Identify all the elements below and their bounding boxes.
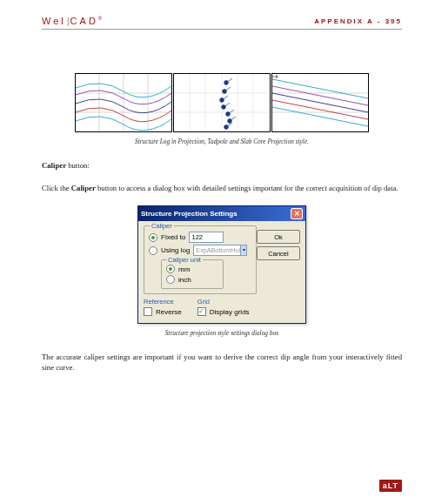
svg-line-35: [276, 77, 278, 78]
logo-separator: |: [67, 16, 70, 26]
brand-logo: Wel|CAD®: [42, 16, 102, 26]
final-paragraph: The accurate caliper settings are import…: [42, 353, 402, 373]
figure-caption-2: Structure projection style settings dial…: [42, 329, 402, 337]
footer-brand: aLT: [379, 480, 402, 492]
reference-column: Reference Reverse: [144, 298, 182, 318]
figure-caption-1: Structure Log in Projection, Tadpole and…: [42, 138, 402, 145]
check-display-grids[interactable]: ✓: [197, 307, 206, 316]
figure-row: [42, 73, 402, 132]
chevron-down-icon: ▾: [240, 245, 246, 255]
caliper-group: Caliper Fixed to 122 Using log ExpABotto…: [144, 225, 257, 294]
projection-panel: [75, 73, 172, 132]
radio-inch[interactable]: [166, 275, 175, 284]
radio-label: mm: [178, 265, 190, 273]
radio-using-log[interactable]: [149, 246, 157, 255]
text: button:: [66, 161, 90, 170]
unit-group: Caliper unit mm inch: [161, 259, 224, 289]
page-number: APPENDIX A - 395: [314, 17, 402, 25]
radio-label: Using log: [161, 246, 190, 254]
fixed-value-input[interactable]: 122: [189, 232, 224, 243]
group-label: Caliper: [150, 222, 174, 230]
bold-text: Caliper: [71, 184, 96, 192]
radio-label: Fixed to: [161, 233, 185, 241]
ok-button[interactable]: Ok: [257, 230, 300, 244]
caliper-paragraph: Click the Caliper button to access a dia…: [42, 184, 402, 194]
tadpole-panel: [173, 73, 271, 132]
combo-placeholder: ExpABottomHol: [196, 245, 240, 255]
grid-column: Grid ✓ Display grids: [197, 298, 250, 318]
svg-line-34: [276, 75, 278, 77]
logo-part: CAD: [70, 16, 98, 26]
text: Click the: [42, 184, 71, 192]
check-label: Display grids: [210, 308, 250, 316]
text: button to access a dialog box with detai…: [96, 184, 398, 192]
radio-label: inch: [178, 276, 191, 284]
logo-part: Wel: [42, 16, 66, 26]
group-label: Caliper unit: [166, 256, 203, 264]
caliper-heading: Caliper button:: [42, 161, 402, 171]
dialog-titlebar[interactable]: Structure Projection Settings ✕: [138, 206, 305, 221]
column-label: Grid: [197, 298, 250, 306]
registered-mark: ®: [98, 16, 102, 21]
structure-projection-dialog: Structure Projection Settings ✕ Ok Cance…: [137, 205, 306, 324]
page-header: Wel|CAD® APPENDIX A - 395: [42, 16, 402, 30]
log-combo[interactable]: ExpABottomHol ▾: [193, 245, 247, 256]
radio-fixed[interactable]: [149, 233, 157, 242]
close-icon[interactable]: ✕: [291, 208, 303, 219]
check-reverse[interactable]: [144, 307, 152, 316]
check-label: Reverse: [156, 308, 182, 316]
slab-core-panel: [271, 73, 369, 132]
cancel-button[interactable]: Cancel: [257, 246, 300, 260]
column-label: Reference: [144, 298, 182, 306]
dialog-buttons: Ok Cancel: [257, 230, 300, 263]
bold-text: Caliper: [42, 161, 66, 170]
radio-mm[interactable]: [166, 265, 175, 273]
dialog-title: Structure Projection Settings: [141, 210, 238, 218]
